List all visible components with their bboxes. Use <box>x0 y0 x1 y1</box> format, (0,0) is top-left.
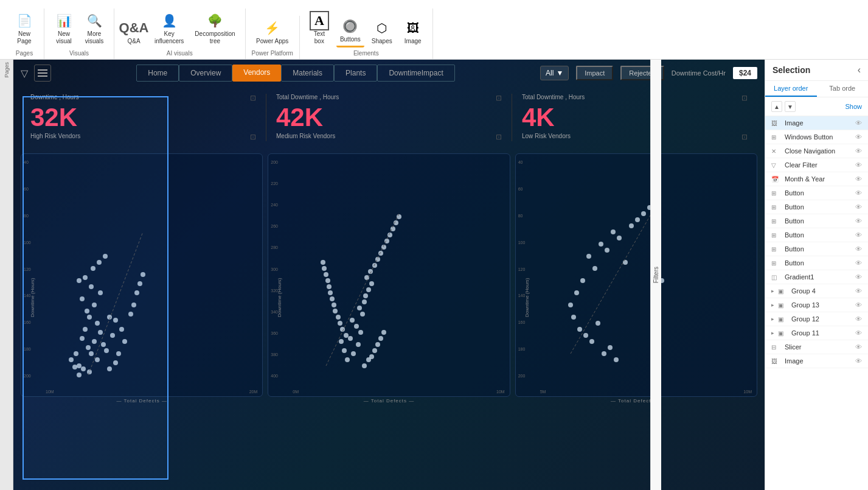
layer-visibility-icon-4[interactable]: 👁 <box>855 161 862 169</box>
layer-item-image-2[interactable]: 🖼Image 👁 <box>765 354 868 368</box>
layer-list: 🖼 Image 👁 ⊞ Windows Button 👁 ✕ Close Nav… <box>765 116 868 490</box>
layer-image2-icon: 🖼 <box>771 358 781 365</box>
decomp-tree-button[interactable]: 🌳 Decompositiontree <box>191 9 238 47</box>
chart-low-y-label: Downtime (Hours) <box>524 278 529 317</box>
svg-point-70 <box>325 278 330 283</box>
layer-visibility-icon-2[interactable]: 👁 <box>855 133 862 141</box>
layer-group11-icon: ▣ <box>778 330 788 337</box>
power-apps-icon: ⚡ <box>263 18 282 38</box>
layer-visibility-icon-6[interactable]: 👁 <box>855 189 862 197</box>
layer-visibility-icon-1[interactable]: 👁 <box>855 119 862 127</box>
svg-point-47 <box>350 318 355 323</box>
layer-visibility-icon-7[interactable]: 👁 <box>855 203 862 211</box>
decomp-tree-icon: 🌳 <box>205 11 224 30</box>
tab-downtime[interactable]: DowntimeImpact <box>377 65 454 82</box>
svg-point-54 <box>364 275 369 280</box>
filters-label[interactable]: Filters <box>653 267 659 283</box>
svg-point-60 <box>339 339 344 344</box>
layer-visibility-icon-16[interactable]: 👁 <box>855 329 862 337</box>
more-visuals-button[interactable]: 🔍 Morevisuals <box>81 9 108 47</box>
layer-visibility-icon-9[interactable]: 👁 <box>855 231 862 239</box>
canvas-area[interactable]: ▽ Home Overview Vendors Materials Plants… <box>13 60 765 490</box>
impact-button[interactable]: Impact <box>576 66 613 80</box>
key-influencers-button[interactable]: 👤 Keyinfluencers <box>151 9 187 47</box>
layer-filter-icon: ▽ <box>771 162 781 169</box>
tab-layer-order[interactable]: Layer order <box>765 81 817 97</box>
layer-item-btn-1[interactable]: ⊞Button 👁 <box>765 186 868 200</box>
tab-plants[interactable]: Plants <box>334 65 377 82</box>
layer-item-btn-3[interactable]: ⊞Button 👁 <box>765 214 868 228</box>
layer-item-btn-4[interactable]: ⊞Button 👁 <box>765 228 868 242</box>
key-influencers-icon: 👤 <box>159 11 179 30</box>
layer-item-slicer[interactable]: ⊟Slicer 👁 <box>765 340 868 354</box>
svg-point-95 <box>629 223 634 228</box>
layer-item-clear-filter[interactable]: ▽ Clear Filter 👁 <box>765 158 868 172</box>
panel-header: Selection ‹ <box>765 60 868 81</box>
new-page-button[interactable]: 📄 NewPage <box>11 9 38 47</box>
buttons-button[interactable]: 🔘 Buttons <box>336 14 364 47</box>
layer-visibility-icon-14[interactable]: 👁 <box>855 301 862 309</box>
layer-visibility-icon-18[interactable]: 👁 <box>855 357 862 365</box>
layer-item-btn-2[interactable]: ⊞Button 👁 <box>765 200 868 214</box>
layer-visibility-icon-17[interactable]: 👁 <box>855 343 862 351</box>
layer-item-group4[interactable]: ▸ ▣ Group 4 👁 <box>765 284 868 298</box>
filter-icon[interactable]: ▽ <box>21 68 28 79</box>
layer-item-gradient1[interactable]: ◫Gradient1 👁 <box>765 270 868 284</box>
svg-point-105 <box>583 333 588 338</box>
new-visual-button[interactable]: 📊 Newvisual <box>50 9 77 47</box>
layer-slicer-icon: ⊟ <box>771 344 781 351</box>
tab-tab-order[interactable]: Tab orde <box>817 81 869 97</box>
layer-visibility-icon-5[interactable]: 👁 <box>855 175 862 183</box>
group4-chevron: ▸ <box>771 288 774 294</box>
layer-image-icon: 🖼 <box>771 120 781 127</box>
layer-item-windows-btn[interactable]: ⊞ Windows Button 👁 <box>765 130 868 144</box>
layer-item-group13[interactable]: ▸ ▣ Group 13 👁 <box>765 298 868 312</box>
image-icon: 🖼 <box>403 18 423 38</box>
cost-label: Downtime Cost/Hr <box>672 69 726 77</box>
layer-item-group11[interactable]: ▸ ▣ Group 11 👁 <box>765 326 868 340</box>
layer-item-btn-6[interactable]: ⊞Button 👁 <box>765 256 868 270</box>
layer-visibility-icon-8[interactable]: 👁 <box>855 217 862 225</box>
layer-item-month-year[interactable]: 📅 Month & Year 👁 <box>765 172 868 186</box>
arrow-down-button[interactable]: ▼ <box>785 101 796 112</box>
svg-point-72 <box>322 266 327 271</box>
arrow-up-button[interactable]: ▲ <box>771 101 782 112</box>
panel-order-arrows: ▲ ▼ <box>771 101 796 112</box>
layer-visibility-icon-15[interactable]: 👁 <box>855 315 862 323</box>
layer-item-btn-5[interactable]: ⊞Button 👁 <box>765 242 868 256</box>
power-apps-button[interactable]: ⚡ Power Apps <box>252 16 292 47</box>
layer-item-image-1[interactable]: 🖼 Image 👁 <box>765 116 868 130</box>
layer-visibility-icon-3[interactable]: 👁 <box>855 147 862 155</box>
layer-visibility-icon-10[interactable]: 👁 <box>855 245 862 253</box>
show-button[interactable]: Show <box>845 103 862 110</box>
tab-home[interactable]: Home <box>136 65 179 82</box>
layer-item-close-nav[interactable]: ✕ Close Navigation 👁 <box>765 144 868 158</box>
menu-icon[interactable] <box>34 65 51 82</box>
svg-point-91 <box>611 229 616 234</box>
toolbar: 📄 NewPage Pages 📊 Newvisual 🔍 Morevisual… <box>0 0 868 60</box>
svg-line-112 <box>571 195 662 354</box>
panel-close-button[interactable]: ‹ <box>858 65 861 75</box>
layer-item-group12[interactable]: ▸ ▣ Group 12 👁 <box>765 312 868 326</box>
svg-point-94 <box>617 236 622 240</box>
image-button[interactable]: 🖼 Image <box>400 16 426 47</box>
svg-point-90 <box>599 242 603 247</box>
shapes-button[interactable]: ⬡ Shapes <box>368 16 396 47</box>
layer-visibility-icon-11[interactable]: 👁 <box>855 259 862 267</box>
kpi-medium-risk: Total Downtime , Hours ⊡ 42K Medium Risk… <box>266 89 512 146</box>
svg-point-109 <box>608 345 613 350</box>
layer-visibility-icon-13[interactable]: 👁 <box>855 287 862 295</box>
filter-dropdown[interactable]: All ▼ <box>540 66 569 80</box>
textbox-button[interactable]: A Textbox <box>306 9 333 47</box>
tab-materials[interactable]: Materials <box>281 65 334 82</box>
qa-button[interactable]: Q&A Q&A <box>120 16 147 47</box>
svg-point-99 <box>623 260 628 265</box>
layer-name-month-year: Month & Year <box>785 175 825 183</box>
tab-vendors[interactable]: Vendors <box>232 65 281 82</box>
chart-low-risk: 200 180 160 140 120 100 80 60 40 <box>515 153 757 397</box>
tab-overview[interactable]: Overview <box>179 65 232 82</box>
textbox-icon: A <box>310 11 329 30</box>
kpi-low-risk: Total Downtime , Hours ⊡ 4K Low Risk Ven… <box>512 89 757 146</box>
filters-side-panel[interactable]: Filters <box>650 60 661 490</box>
layer-visibility-icon-12[interactable]: 👁 <box>855 273 862 281</box>
